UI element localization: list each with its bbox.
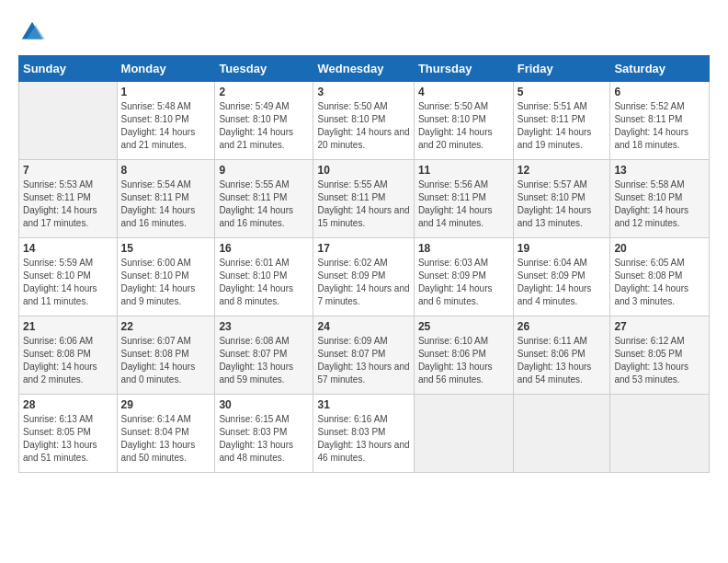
day-number: 6 [614, 86, 705, 98]
day-number: 9 [219, 164, 309, 177]
sunrise-label: Sunrise: 5:57 AM [518, 179, 587, 190]
day-info: Sunrise: 5:49 AM Sunset: 8:10 PM Dayligh… [219, 100, 309, 152]
day-info: Sunrise: 6:01 AM Sunset: 8:10 PM Dayligh… [219, 257, 309, 308]
daylight-label: Daylight: 14 hours and 7 minutes. [317, 283, 409, 306]
weekday-header: Tuesday [215, 56, 313, 82]
day-info: Sunrise: 6:09 AM Sunset: 8:07 PM Dayligh… [317, 335, 409, 386]
day-info: Sunrise: 6:02 AM Sunset: 8:09 PM Dayligh… [317, 257, 409, 308]
sunset-label: Sunset: 8:11 PM [121, 192, 189, 202]
sunrise-label: Sunrise: 6:14 AM [121, 414, 191, 424]
day-info: Sunrise: 6:08 AM Sunset: 8:07 PM Dayligh… [219, 335, 309, 386]
day-info: Sunrise: 6:05 AM Sunset: 8:08 PM Dayligh… [614, 257, 705, 308]
calendar-week-row: 1 Sunrise: 5:48 AM Sunset: 8:10 PM Dayli… [19, 82, 710, 160]
calendar-cell: 30 Sunrise: 6:15 AM Sunset: 8:03 PM Dayl… [215, 395, 313, 473]
day-number: 23 [219, 320, 309, 333]
sunrise-label: Sunrise: 5:54 AM [121, 179, 191, 190]
day-info: Sunrise: 6:06 AM Sunset: 8:08 PM Dayligh… [23, 335, 113, 386]
sunset-label: Sunset: 8:10 PM [317, 114, 385, 124]
daylight-label: Daylight: 14 hours and 12 minutes. [614, 205, 688, 228]
daylight-label: Daylight: 13 hours and 57 minutes. [317, 362, 409, 385]
weekday-header: Saturday [610, 56, 710, 82]
day-number: 25 [418, 320, 509, 333]
calendar-cell: 11 Sunrise: 5:56 AM Sunset: 8:11 PM Dayl… [414, 160, 513, 238]
calendar-cell: 28 Sunrise: 6:13 AM Sunset: 8:05 PM Dayl… [19, 395, 118, 473]
sunrise-label: Sunrise: 6:08 AM [219, 336, 289, 346]
sunrise-label: Sunrise: 5:50 AM [317, 101, 387, 111]
weekday-header: Monday [117, 56, 215, 82]
sunrise-label: Sunrise: 6:01 AM [219, 258, 289, 268]
calendar-cell [513, 395, 610, 473]
sunset-label: Sunset: 8:07 PM [219, 349, 287, 359]
calendar-cell: 24 Sunrise: 6:09 AM Sunset: 8:07 PM Dayl… [313, 316, 414, 395]
calendar-cell [610, 395, 710, 473]
daylight-label: Daylight: 13 hours and 59 minutes. [219, 362, 293, 385]
calendar-cell: 13 Sunrise: 5:58 AM Sunset: 8:10 PM Dayl… [610, 160, 710, 238]
logo [18, 18, 50, 46]
calendar-cell: 21 Sunrise: 6:06 AM Sunset: 8:08 PM Dayl… [19, 316, 118, 395]
day-info: Sunrise: 5:51 AM Sunset: 8:11 PM Dayligh… [518, 100, 607, 152]
sunrise-label: Sunrise: 5:56 AM [418, 179, 488, 190]
calendar-cell: 14 Sunrise: 5:59 AM Sunset: 8:10 PM Dayl… [19, 238, 118, 316]
daylight-label: Daylight: 13 hours and 48 minutes. [219, 440, 293, 463]
daylight-label: Daylight: 14 hours and 0 minutes. [121, 362, 196, 385]
daylight-label: Daylight: 14 hours and 20 minutes. [418, 127, 493, 150]
daylight-label: Daylight: 14 hours and 16 minutes. [219, 205, 293, 228]
sunset-label: Sunset: 8:07 PM [317, 349, 385, 359]
sunset-label: Sunset: 8:11 PM [418, 192, 486, 202]
sunset-label: Sunset: 8:05 PM [614, 349, 682, 359]
calendar-cell: 22 Sunrise: 6:07 AM Sunset: 8:08 PM Dayl… [117, 316, 215, 395]
sunset-label: Sunset: 8:10 PM [23, 270, 91, 281]
calendar-cell: 4 Sunrise: 5:50 AM Sunset: 8:10 PM Dayli… [414, 82, 513, 160]
sunrise-label: Sunrise: 5:58 AM [614, 179, 684, 190]
sunset-label: Sunset: 8:10 PM [121, 270, 189, 281]
sunset-label: Sunset: 8:11 PM [23, 192, 91, 202]
day-info: Sunrise: 6:12 AM Sunset: 8:05 PM Dayligh… [614, 335, 705, 386]
day-number: 1 [121, 86, 211, 98]
daylight-label: Daylight: 14 hours and 20 minutes. [317, 127, 409, 150]
sunset-label: Sunset: 8:08 PM [23, 349, 91, 359]
calendar-week-row: 21 Sunrise: 6:06 AM Sunset: 8:08 PM Dayl… [19, 316, 710, 395]
day-number: 3 [317, 86, 409, 98]
calendar-table: SundayMondayTuesdayWednesdayThursdayFrid… [18, 55, 710, 473]
day-info: Sunrise: 5:54 AM Sunset: 8:11 PM Dayligh… [121, 178, 211, 230]
daylight-label: Daylight: 14 hours and 13 minutes. [518, 205, 592, 228]
daylight-label: Daylight: 13 hours and 51 minutes. [23, 440, 97, 463]
sunset-label: Sunset: 8:10 PM [418, 114, 486, 124]
daylight-label: Daylight: 14 hours and 21 minutes. [219, 127, 293, 150]
calendar-cell: 7 Sunrise: 5:53 AM Sunset: 8:11 PM Dayli… [19, 160, 118, 238]
day-info: Sunrise: 5:57 AM Sunset: 8:10 PM Dayligh… [518, 178, 607, 230]
calendar-cell: 23 Sunrise: 6:08 AM Sunset: 8:07 PM Dayl… [215, 316, 313, 395]
day-info: Sunrise: 6:00 AM Sunset: 8:10 PM Dayligh… [121, 257, 211, 308]
day-info: Sunrise: 6:13 AM Sunset: 8:05 PM Dayligh… [23, 413, 113, 465]
day-number: 22 [121, 320, 211, 333]
daylight-label: Daylight: 14 hours and 16 minutes. [121, 205, 196, 228]
daylight-label: Daylight: 14 hours and 4 minutes. [518, 283, 592, 306]
calendar-cell: 10 Sunrise: 5:55 AM Sunset: 8:11 PM Dayl… [313, 160, 414, 238]
calendar-cell: 19 Sunrise: 6:04 AM Sunset: 8:09 PM Dayl… [513, 238, 610, 316]
calendar-cell: 26 Sunrise: 6:11 AM Sunset: 8:06 PM Dayl… [513, 316, 610, 395]
sunset-label: Sunset: 8:11 PM [614, 114, 682, 124]
day-number: 4 [418, 86, 509, 98]
weekday-header: Thursday [414, 56, 513, 82]
daylight-label: Daylight: 13 hours and 50 minutes. [121, 440, 196, 463]
day-info: Sunrise: 5:59 AM Sunset: 8:10 PM Dayligh… [23, 257, 113, 308]
day-info: Sunrise: 5:53 AM Sunset: 8:11 PM Dayligh… [23, 178, 113, 230]
day-number: 30 [219, 398, 309, 411]
day-number: 17 [317, 242, 409, 255]
sunrise-label: Sunrise: 6:13 AM [23, 414, 93, 424]
calendar-cell: 25 Sunrise: 6:10 AM Sunset: 8:06 PM Dayl… [414, 316, 513, 395]
sunrise-label: Sunrise: 5:55 AM [219, 179, 289, 190]
daylight-label: Daylight: 14 hours and 15 minutes. [317, 205, 409, 228]
calendar-cell: 18 Sunrise: 6:03 AM Sunset: 8:09 PM Dayl… [414, 238, 513, 316]
calendar-cell: 20 Sunrise: 6:05 AM Sunset: 8:08 PM Dayl… [610, 238, 710, 316]
sunset-label: Sunset: 8:08 PM [614, 270, 682, 281]
sunset-label: Sunset: 8:11 PM [219, 192, 287, 202]
calendar-cell [19, 82, 118, 160]
day-number: 28 [23, 398, 113, 411]
weekday-header: Friday [513, 56, 610, 82]
sunset-label: Sunset: 8:04 PM [121, 427, 189, 437]
day-info: Sunrise: 6:16 AM Sunset: 8:03 PM Dayligh… [317, 413, 409, 465]
daylight-label: Daylight: 14 hours and 17 minutes. [23, 205, 97, 228]
sunrise-label: Sunrise: 5:50 AM [418, 101, 488, 111]
daylight-label: Daylight: 14 hours and 18 minutes. [614, 127, 688, 150]
